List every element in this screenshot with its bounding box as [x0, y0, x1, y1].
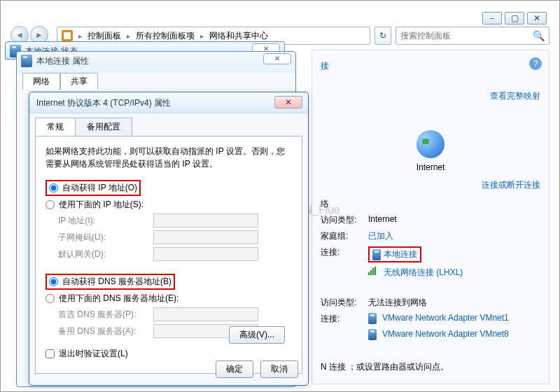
input-gateway: [153, 247, 258, 261]
refresh-button[interactable]: ↻: [374, 27, 391, 45]
adapter-icon: [21, 55, 32, 67]
homegroup-link[interactable]: 已加入: [368, 230, 393, 242]
radio-manual-dns[interactable]: [46, 294, 55, 303]
breadcrumb-item[interactable]: 控制面板: [88, 30, 121, 42]
conn-heading-fragment: 接: [321, 61, 329, 71]
radio-manual-ip[interactable]: [46, 200, 55, 209]
dialog-buttons: 确定 取消: [216, 360, 298, 378]
ipv4-tabs: 常规 备用配置: [29, 113, 308, 136]
radio-auto-dns[interactable]: [49, 277, 58, 286]
input-mask: [153, 230, 258, 244]
adapter-icon: [368, 329, 377, 340]
footer-hint: 连接 ；或设置路由器或访问点。: [329, 362, 449, 372]
kv-key: 访问类型:: [321, 297, 363, 309]
auto-ip-highlight: 自动获得 IP 地址(O): [46, 180, 141, 196]
breadcrumb-item[interactable]: 网络和共享中心: [209, 30, 268, 42]
input-ip: [153, 214, 258, 227]
label-dns2: 备用 DNS 服务器(A):: [58, 326, 149, 337]
local-connection-highlight: 本地连接: [368, 246, 421, 262]
checkbox-validate[interactable]: [46, 349, 55, 358]
properties-tabs: 网络 共享: [22, 73, 98, 90]
label-dns1: 首选 DNS 服务器(P):: [58, 309, 149, 321]
checkbox-validate-label: 退出时验证设置(L): [59, 348, 128, 360]
network-center-panel: ? 接 查看完整映射 Internet 连接或断开连接 络 访问类型:Inter…: [312, 50, 550, 384]
ipv4-description: 如果网络支持此功能，则可以获取自动指派的 IP 设置。否则，您需要从网络系统管理…: [46, 145, 292, 170]
maximize-button[interactable]: ▢: [505, 12, 524, 24]
radio-auto-ip-label: 自动获得 IP 地址(O): [62, 182, 137, 194]
kv-key: 连接:: [321, 246, 363, 262]
network-fragment: 络: [321, 199, 329, 209]
ipv4-properties-dialog: Internet 协议版本 4 (TCP/IPv4) 属性 ✕ 常规 备用配置 …: [29, 92, 309, 386]
close-icon[interactable]: ✕: [263, 53, 291, 64]
close-icon[interactable]: ✕: [274, 96, 302, 108]
radio-auto-dns-label: 自动获得 DNS 服务器地址(B): [62, 276, 172, 288]
minimize-button[interactable]: －: [482, 12, 502, 24]
label-ip: IP 地址(I):: [58, 215, 149, 227]
search-placeholder: 搜索控制面板: [400, 30, 451, 42]
internet-label: Internet: [321, 162, 540, 172]
kv-val: 无法连接到网络: [368, 297, 427, 309]
window-controls: － ▢ ✕: [482, 12, 547, 24]
local-connection-link[interactable]: 本地连接: [384, 248, 417, 260]
view-full-map-link[interactable]: 查看完整映射: [490, 91, 540, 101]
kv-key: 家庭组:: [321, 230, 363, 242]
ok-button[interactable]: 确定: [216, 360, 253, 378]
footer-n-prefix: N: [321, 362, 327, 372]
control-panel-icon: [62, 30, 73, 41]
vmnet1-link[interactable]: VMware Network Adapter VMnet1: [382, 313, 509, 325]
kv-val: Internet: [368, 214, 397, 226]
radio-manual-dns-label: 使用下面的 DNS 服务器地址(E):: [59, 293, 178, 304]
dialog-title: 本地连接 属性: [17, 52, 295, 71]
connect-disconnect-link[interactable]: 连接或断开连接: [482, 180, 540, 190]
tab-network[interactable]: 网络: [22, 73, 60, 90]
kv-key: 访问类型:: [321, 214, 363, 226]
search-box[interactable]: 搜索控制面板 🔍: [396, 27, 550, 45]
auto-dns-highlight: 自动获得 DNS 服务器地址(B): [46, 274, 175, 290]
kv-key: 连接:: [321, 313, 363, 325]
dialog-title: Internet 协议版本 4 (TCP/IPv4) 属性: [29, 92, 308, 113]
label-mask: 子网掩码(U):: [58, 232, 149, 244]
radio-manual-ip-label: 使用下面的 IP 地址(S):: [59, 199, 144, 211]
advanced-button[interactable]: 高级(V)...: [229, 326, 285, 344]
wifi-signal-icon: [368, 267, 378, 275]
close-button[interactable]: ✕: [527, 12, 547, 24]
ipv4-panel: 如果网络支持此功能，则可以获取自动指派的 IP 设置。否则，您需要从网络系统管理…: [35, 136, 302, 374]
tab-alt-config[interactable]: 备用配置: [75, 118, 132, 136]
breadcrumb-item[interactable]: 所有控制面板项: [136, 30, 195, 42]
tab-sharing[interactable]: 共享: [60, 73, 98, 90]
help-icon[interactable]: ?: [529, 57, 542, 70]
adapter-icon: [368, 313, 377, 324]
globe-icon: [416, 130, 444, 158]
tab-general[interactable]: 常规: [35, 118, 76, 136]
search-icon: 🔍: [533, 30, 545, 41]
adapter-icon: [372, 249, 381, 260]
input-dns1: [153, 307, 258, 321]
internet-status: Internet: [321, 130, 540, 172]
wifi-connection-link[interactable]: 无线网络连接 (LHXL): [384, 267, 463, 279]
cancel-button[interactable]: 取消: [260, 360, 298, 378]
radio-auto-ip[interactable]: [49, 183, 58, 192]
label-gateway: 默认网关(D):: [58, 248, 149, 260]
vmnet8-link[interactable]: VMware Network Adapter VMnet8: [382, 329, 509, 340]
